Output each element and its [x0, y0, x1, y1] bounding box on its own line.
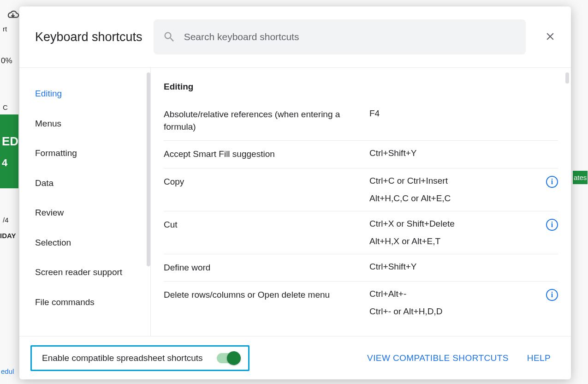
compat-shortcuts-box: Enable compatible spreadsheet shortcuts	[30, 345, 249, 371]
section-title: Editing	[164, 82, 558, 92]
sidebar-item-data[interactable]: Data	[19, 168, 150, 198]
sidebar-item-menus[interactable]: Menus	[19, 109, 150, 139]
sidebar-item-review[interactable]: Review	[19, 198, 150, 228]
sidebar-item-file-commands[interactable]: File commands	[19, 288, 150, 318]
shortcut-keys: Ctrl+Shift+Y	[369, 262, 558, 272]
info-button[interactable]: i	[546, 289, 558, 301]
content-panel: Editing Absolute/relative references (wh…	[151, 68, 571, 336]
help-button[interactable]: HELP	[527, 353, 551, 363]
sidebar-item-editing[interactable]: Editing	[19, 79, 150, 109]
shortcut-keys: Ctrl+C or Ctrl+Insert Alt+H,C,C or Alt+E…	[369, 176, 535, 204]
shortcut-keys: Ctrl+Alt+- Ctrl+- or Alt+H,D,D	[369, 289, 535, 317]
bg-green-header: ED 4	[0, 114, 18, 188]
shortcut-key: F4	[369, 108, 558, 119]
content-scrollbar[interactable]	[565, 72, 569, 84]
bg-green-line: 4	[2, 157, 18, 169]
search-box[interactable]	[154, 19, 526, 54]
search-input[interactable]	[184, 31, 517, 42]
sidebar-scrollbar[interactable]	[147, 72, 150, 266]
shortcut-key: Ctrl+Shift+Y	[369, 262, 558, 272]
bg-green-line: ED	[2, 134, 18, 149]
shortcut-key: Alt+H,C,C or Alt+E,C	[369, 193, 535, 204]
info-button[interactable]: i	[546, 176, 558, 188]
view-compatible-shortcuts-button[interactable]: VIEW COMPATIBLE SHORTCUTS	[367, 353, 509, 363]
bg-text: /4	[3, 216, 9, 224]
close-icon	[544, 30, 556, 42]
shortcut-key: Ctrl+X or Shift+Delete	[369, 219, 535, 229]
shortcut-row: Define word Ctrl+Shift+Y	[164, 254, 558, 282]
toggle-knob	[227, 351, 241, 365]
sidebar-item-formatting[interactable]: Formatting	[19, 138, 150, 168]
shortcut-label: Cut	[164, 219, 362, 231]
compat-toggle[interactable]	[217, 353, 239, 363]
bg-text: C	[3, 103, 8, 111]
shortcut-label: Copy	[164, 176, 362, 188]
shortcut-key: Ctrl+Shift+Y	[369, 148, 558, 158]
bg-text: 0%	[1, 56, 12, 66]
shortcut-key: Ctrl+- or Alt+H,D,D	[369, 306, 535, 317]
bg-text: edul	[1, 367, 14, 375]
info-icon: i	[546, 219, 558, 231]
sidebar-item-screen-reader[interactable]: Screen reader support	[19, 258, 150, 288]
shortcut-row: Delete rows/columns or Open delete menu …	[164, 282, 558, 324]
bg-text: IDAY	[0, 232, 16, 240]
shortcut-label: Accept Smart Fill suggestion	[164, 148, 362, 161]
shortcut-label: Define word	[164, 262, 362, 274]
close-button[interactable]	[540, 27, 560, 48]
shortcut-key: Alt+H,X or Alt+E,T	[369, 236, 535, 246]
shortcut-keys: Ctrl+Shift+Y	[369, 148, 558, 158]
info-icon: i	[546, 176, 558, 188]
dialog-body: Editing Menus Formatting Data Review Sel…	[19, 68, 571, 336]
sidebar-item-selection[interactable]: Selection	[19, 228, 150, 258]
shortcut-row: Accept Smart Fill suggestion Ctrl+Shift+…	[164, 141, 558, 168]
bg-text: rt	[3, 25, 7, 33]
shortcut-label: Delete rows/columns or Open delete menu	[164, 289, 362, 301]
shortcut-row: Absolute/relative references (when enter…	[164, 101, 558, 141]
shortcut-row: Copy Ctrl+C or Ctrl+Insert Alt+H,C,C or …	[164, 168, 558, 211]
shortcut-keys: Ctrl+X or Shift+Delete Alt+H,X or Alt+E,…	[369, 219, 535, 246]
shortcut-keys: F4	[369, 108, 558, 119]
dialog-header: Keyboard shortcuts	[19, 6, 571, 68]
info-icon: i	[546, 289, 558, 301]
cloud-save-icon	[6, 10, 19, 19]
bg-text: ates	[573, 171, 588, 184]
shortcut-row: Cut Ctrl+X or Shift+Delete Alt+H,X or Al…	[164, 211, 558, 254]
shortcut-label: Absolute/relative references (when enter…	[164, 108, 362, 133]
dialog-footer: Enable compatible spreadsheet shortcuts …	[19, 336, 571, 379]
compat-label: Enable compatible spreadsheet shortcuts	[42, 353, 203, 363]
keyboard-shortcuts-dialog: Keyboard shortcuts Editing Menus Formatt…	[19, 6, 571, 379]
info-button[interactable]: i	[546, 219, 558, 231]
shortcut-key: Ctrl+C or Ctrl+Insert	[369, 176, 535, 186]
sidebar: Editing Menus Formatting Data Review Sel…	[19, 68, 151, 336]
shortcut-key: Ctrl+Alt+-	[369, 289, 535, 299]
search-icon	[163, 30, 176, 43]
dialog-title: Keyboard shortcuts	[35, 30, 143, 44]
